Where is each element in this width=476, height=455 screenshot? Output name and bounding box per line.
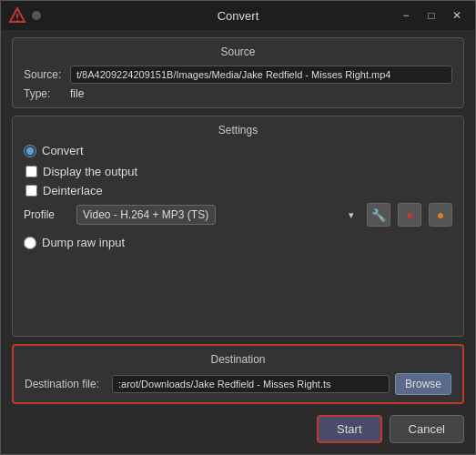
orange-button[interactable]: ● bbox=[429, 203, 452, 227]
footer: Start Cancel bbox=[12, 411, 464, 443]
dump-raw-row: Dump raw input bbox=[24, 236, 452, 249]
dump-raw-radio[interactable] bbox=[24, 237, 36, 249]
source-row: Source: t/8A4209224209151B/Images/Media/… bbox=[24, 66, 452, 84]
type-value: file bbox=[70, 87, 84, 100]
svg-point-2 bbox=[16, 20, 18, 22]
display-output-label: Display the output bbox=[43, 165, 137, 178]
destination-section: Destination Destination file: :arot/Down… bbox=[12, 344, 464, 404]
dump-raw-label: Dump raw input bbox=[42, 236, 125, 249]
profile-select[interactable]: Video - H.264 + MP3 (TS) bbox=[76, 205, 216, 225]
titlebar-left bbox=[8, 6, 41, 25]
source-section: Source Source: t/8A4209224209151B/Images… bbox=[12, 37, 464, 108]
deinterlace-label: Deinterlace bbox=[43, 184, 103, 197]
display-output-row: Display the output bbox=[25, 165, 452, 178]
convert-label: Convert bbox=[42, 144, 84, 157]
content-area: Source Source: t/8A4209224209151B/Images… bbox=[1, 30, 475, 454]
profile-label: Profile bbox=[24, 208, 69, 221]
red-circle-icon: ● bbox=[406, 207, 413, 222]
convert-radio-row: Convert bbox=[24, 144, 452, 157]
wrench-button[interactable]: 🔧 bbox=[367, 203, 390, 227]
browse-button[interactable]: Browse bbox=[395, 373, 451, 395]
window-title: Convert bbox=[218, 9, 259, 23]
source-section-title: Source bbox=[24, 46, 452, 58]
profile-select-wrapper: Video - H.264 + MP3 (TS) bbox=[76, 205, 360, 225]
profile-row: Profile Video - H.264 + MP3 (TS) 🔧 ● ● bbox=[24, 203, 452, 227]
type-label: Type: bbox=[24, 87, 65, 100]
type-row: Type: file bbox=[24, 87, 452, 100]
start-button[interactable]: Start bbox=[317, 415, 381, 443]
status-dot bbox=[32, 11, 41, 20]
minimize-button[interactable]: − bbox=[395, 5, 417, 26]
maximize-button[interactable]: □ bbox=[420, 5, 442, 26]
red-button[interactable]: ● bbox=[398, 203, 421, 227]
source-label: Source: bbox=[24, 68, 65, 81]
settings-section: Settings Convert Display the output Dein… bbox=[12, 116, 464, 337]
deinterlace-row: Deinterlace bbox=[25, 184, 452, 197]
convert-radio[interactable] bbox=[24, 145, 36, 157]
dest-label: Destination file: bbox=[25, 378, 106, 390]
wrench-icon: 🔧 bbox=[371, 208, 386, 222]
orange-circle-icon: ● bbox=[437, 207, 444, 222]
cancel-button[interactable]: Cancel bbox=[390, 415, 464, 443]
deinterlace-checkbox[interactable] bbox=[25, 185, 37, 197]
display-output-checkbox[interactable] bbox=[25, 166, 37, 177]
app-icon bbox=[8, 6, 26, 25]
titlebar-controls: − □ ✕ bbox=[395, 5, 468, 26]
dest-path: :arot/Downloads/Jake Redfield - Misses R… bbox=[112, 375, 390, 393]
main-window: Convert − □ ✕ Source Source: t/8A4209224… bbox=[0, 0, 476, 455]
settings-section-title: Settings bbox=[24, 124, 452, 136]
close-button[interactable]: ✕ bbox=[446, 5, 468, 26]
titlebar: Convert − □ ✕ bbox=[1, 1, 475, 30]
destination-section-title: Destination bbox=[25, 353, 451, 366]
source-path: t/8A4209224209151B/Images/Media/Jake Red… bbox=[70, 66, 452, 84]
destination-row: Destination file: :arot/Downloads/Jake R… bbox=[25, 373, 451, 395]
